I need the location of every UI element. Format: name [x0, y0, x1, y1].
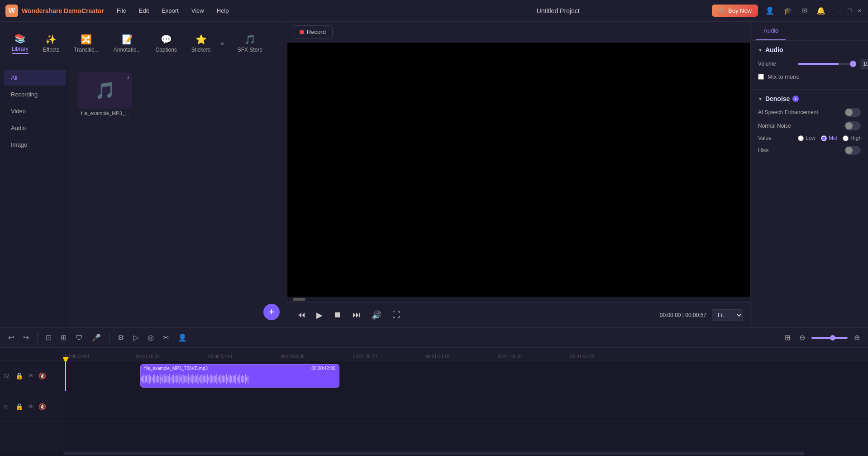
menu-edit[interactable]: Edit: [134, 5, 154, 17]
svg-rect-59: [220, 374, 221, 384]
low-option[interactable]: Low: [798, 135, 816, 141]
play-tl-button[interactable]: ▷: [130, 331, 141, 344]
toolbar-library[interactable]: 📚 Library: [5, 29, 35, 58]
lib-audio[interactable]: Audio: [4, 120, 66, 136]
high-option[interactable]: High: [843, 135, 862, 141]
cut-button[interactable]: ✂: [160, 331, 172, 344]
mic-button[interactable]: 🎤: [89, 331, 104, 344]
hiss-toggle[interactable]: [844, 146, 861, 155]
zoom-slider[interactable]: [811, 337, 848, 339]
ai-speech-track: [844, 108, 861, 117]
zoom-in-button[interactable]: ⊕: [851, 331, 863, 344]
user-tl-button[interactable]: 👤: [175, 331, 190, 344]
minimize-button[interactable]: —: [836, 8, 843, 14]
svg-rect-16: [162, 375, 163, 383]
step-back-button[interactable]: ⏮: [295, 308, 308, 322]
menu-help[interactable]: Help: [211, 5, 234, 17]
ruler-tick-4: 00:01:06:20: [353, 354, 377, 359]
svg-rect-70: [235, 374, 236, 384]
high-radio[interactable]: [843, 135, 849, 141]
normal-noise-track: [844, 121, 861, 130]
lib-video[interactable]: Video: [4, 103, 66, 119]
svg-rect-33: [186, 375, 186, 383]
lib-image[interactable]: Image: [4, 137, 66, 153]
buy-now-button[interactable]: 🛒 Buy Now: [712, 5, 758, 17]
annotations-icon: 📝: [122, 34, 133, 45]
zoom-out-button[interactable]: ⊖: [796, 331, 808, 344]
sfx-icon: 🎵: [244, 34, 256, 45]
restore-button[interactable]: ❐: [846, 8, 853, 14]
svg-rect-56: [216, 374, 217, 384]
track-label-02: 02 🔒 👁 🔇: [0, 360, 63, 391]
high-label: High: [850, 135, 862, 141]
lib-all[interactable]: All: [4, 70, 66, 86]
normal-noise-toggle[interactable]: [844, 121, 861, 130]
denoise-section-header[interactable]: ▼ Denoise ♦: [758, 95, 861, 102]
mid-option[interactable]: Mid: [821, 135, 837, 141]
fit-select[interactable]: Fit 25% 50% 75% 100%: [712, 309, 743, 321]
shield-button[interactable]: 🛡: [73, 332, 86, 344]
volume-button[interactable]: 🔊: [369, 308, 384, 322]
svg-rect-10: [154, 374, 155, 384]
mail-icon[interactable]: ✉: [800, 5, 809, 17]
trim-button[interactable]: ⊡: [43, 331, 54, 344]
mix-to-mono-checkbox[interactable]: [758, 74, 764, 80]
bell-icon[interactable]: 🔔: [815, 5, 827, 17]
low-radio[interactable]: [798, 135, 804, 141]
track02-eye-button[interactable]: 👁: [27, 371, 35, 380]
ai-speech-toggle[interactable]: [844, 108, 861, 117]
denoise-section: ▼ Denoise ♦ AI Speech Enhancement Normal…: [751, 90, 868, 165]
redo-button[interactable]: ↪: [20, 331, 32, 344]
audio-section-header[interactable]: ▼ Audio: [758, 46, 861, 53]
add-track-button[interactable]: ⊞: [782, 331, 793, 344]
menu-export[interactable]: Export: [156, 5, 184, 17]
toolbar-transitions[interactable]: 🔀 Transitio...: [67, 30, 105, 57]
toolbar-more[interactable]: »: [219, 36, 226, 50]
menu-view[interactable]: View: [186, 5, 210, 17]
track01-lock-button[interactable]: 🔒: [14, 402, 24, 411]
track01-eye-button[interactable]: 👁: [27, 402, 35, 411]
stop-button[interactable]: ⏹: [331, 308, 344, 322]
step-forward-button[interactable]: ⏭: [350, 308, 363, 322]
undo-button[interactable]: ↩: [5, 331, 17, 344]
media-filename: file_example_MP3_...: [81, 110, 129, 116]
library-sidebar: All Recording Video Audio Image: [0, 65, 70, 327]
svg-rect-31: [183, 374, 184, 384]
mix-to-mono-label[interactable]: Mix to mono: [768, 73, 800, 80]
svg-rect-65: [229, 375, 229, 383]
value-radio-group: Low Mid High: [798, 135, 862, 141]
svg-rect-5: [148, 375, 148, 383]
close-button[interactable]: ✕: [856, 8, 863, 14]
track02-mute-button[interactable]: 🔇: [38, 371, 47, 380]
tab-audio[interactable]: Audio: [756, 22, 786, 40]
mid-radio[interactable]: [821, 135, 827, 141]
toolbar-annotations[interactable]: 📝 Annotatio...: [107, 30, 148, 57]
fullscreen-button[interactable]: ⛶: [390, 308, 403, 322]
user-icon[interactable]: 👤: [763, 5, 776, 17]
lib-recording[interactable]: Recording: [4, 86, 66, 102]
svg-rect-51: [210, 375, 210, 383]
mid-label: Mid: [829, 135, 837, 141]
volume-slider[interactable]: [798, 63, 856, 65]
audio-clip[interactable]: file_example_MP3_700KB.mp3 00:00:42:00: [140, 364, 339, 388]
hiss-thumb: [845, 147, 853, 154]
play-button[interactable]: ▶: [314, 308, 325, 322]
learn-icon[interactable]: 🎓: [782, 5, 794, 17]
record-button[interactable]: Record: [293, 25, 333, 38]
svg-rect-37: [191, 375, 191, 383]
toolbar-effects[interactable]: ✨ Effects: [37, 30, 66, 57]
target-button[interactable]: ◎: [145, 331, 157, 344]
horizontal-scrollbar[interactable]: [63, 451, 805, 455]
track01-mute-button[interactable]: 🔇: [38, 402, 47, 411]
toolbar-stickers[interactable]: ⭐ Stickers: [185, 30, 217, 57]
timeline-ruler: 00:00:00:00 00:00:16:20 00:00:33:10 00:0…: [63, 348, 868, 360]
svg-rect-58: [219, 375, 220, 383]
toolbar-sfx-store[interactable]: 🎵 SFX Store: [231, 30, 269, 57]
crop-button[interactable]: ⊞: [58, 331, 69, 344]
track02-lock-button[interactable]: 🔒: [14, 371, 24, 380]
add-media-button[interactable]: +: [263, 304, 280, 320]
menu-file[interactable]: File: [111, 5, 132, 17]
settings-button[interactable]: ⚙: [115, 331, 127, 344]
toolbar-captions[interactable]: 💬 Captions: [149, 30, 183, 57]
media-card[interactable]: 🎵 ♪ file_example_MP3_...: [76, 71, 134, 118]
